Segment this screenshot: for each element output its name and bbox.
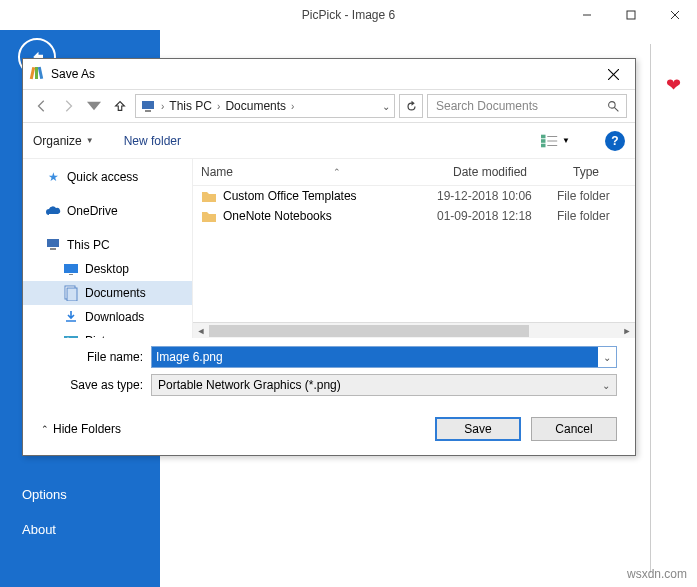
svg-rect-15: [541, 143, 546, 147]
pc-icon: [140, 98, 156, 114]
list-item[interactable]: Custom Office Templates 19-12-2018 10:06…: [193, 186, 635, 206]
tree-downloads[interactable]: Downloads: [23, 305, 192, 329]
search-input[interactable]: [434, 98, 594, 114]
watermark: wsxdn.com: [627, 567, 687, 581]
view-mode-button[interactable]: ▼: [536, 131, 575, 151]
svg-rect-24: [67, 288, 77, 301]
folder-icon: [201, 189, 217, 203]
maximize-button[interactable]: [609, 0, 653, 30]
nav-row: › This PC › Documents › ⌄: [23, 89, 635, 123]
svg-rect-9: [142, 101, 154, 109]
col-date[interactable]: Date modified: [445, 159, 565, 185]
nav-recent-button[interactable]: [83, 95, 105, 117]
nav-up-button[interactable]: [109, 95, 131, 117]
file-list: Name⌃ Date modified Type Custom Office T…: [193, 159, 635, 338]
svg-rect-1: [627, 11, 635, 19]
svg-line-12: [614, 107, 618, 111]
heart-icon[interactable]: ❤: [666, 74, 681, 96]
address-dropdown-icon[interactable]: ⌄: [382, 101, 390, 112]
svg-rect-6: [38, 67, 43, 79]
sidebar-item-options[interactable]: Options: [0, 477, 160, 512]
horizontal-scrollbar[interactable]: ◄ ►: [193, 322, 635, 338]
chevron-right-icon: ›: [214, 101, 223, 112]
nav-back-button[interactable]: [31, 95, 53, 117]
chevron-right-icon: ›: [158, 101, 167, 112]
save-type-label: Save as type:: [41, 378, 151, 392]
dialog-title: Save As: [51, 67, 95, 81]
nav-tree: ★Quick access OneDrive This PC Desktop D…: [23, 159, 193, 338]
caret-up-icon: ⌃: [41, 424, 49, 434]
svg-point-11: [609, 101, 616, 108]
tree-desktop[interactable]: Desktop: [23, 257, 192, 281]
chevron-down-icon[interactable]: ⌄: [598, 352, 616, 363]
scroll-thumb[interactable]: [209, 325, 529, 337]
svg-rect-5: [35, 67, 38, 79]
svg-rect-10: [145, 110, 151, 112]
col-name[interactable]: Name⌃: [193, 159, 445, 185]
tree-this-pc[interactable]: This PC: [23, 233, 192, 257]
breadcrumb-this-pc[interactable]: This PC: [169, 99, 212, 113]
refresh-button[interactable]: [399, 94, 423, 118]
file-name-label: File name:: [41, 350, 151, 364]
organize-menu[interactable]: Organize▼: [33, 134, 94, 148]
svg-rect-4: [30, 67, 35, 79]
desktop-icon: [63, 261, 79, 277]
minimize-button[interactable]: [565, 0, 609, 30]
svg-rect-22: [69, 274, 73, 275]
svg-rect-19: [47, 239, 59, 247]
svg-rect-21: [64, 264, 78, 273]
app-title: PicPick - Image 6: [302, 8, 395, 22]
col-type[interactable]: Type: [565, 159, 635, 185]
save-type-select[interactable]: Portable Network Graphics (*.png) ⌄: [151, 374, 617, 396]
list-item[interactable]: OneNote Notebooks 01-09-2018 12:18 File …: [193, 206, 635, 226]
dialog-titlebar: Save As: [23, 59, 635, 89]
folder-icon: [201, 209, 217, 223]
tree-pictures[interactable]: Pictures: [23, 329, 192, 338]
help-button[interactable]: ?: [605, 131, 625, 151]
sidebar-item-about[interactable]: About: [0, 512, 160, 547]
picpick-icon: [29, 66, 45, 82]
breadcrumb-documents[interactable]: Documents: [225, 99, 286, 113]
chevron-right-icon: ›: [288, 101, 297, 112]
app-titlebar: PicPick - Image 6: [0, 0, 697, 30]
chevron-down-icon[interactable]: ⌄: [602, 380, 610, 391]
save-button[interactable]: Save: [435, 417, 521, 441]
new-folder-button[interactable]: New folder: [124, 134, 181, 148]
dialog-footer: ⌃Hide Folders Save Cancel: [23, 406, 635, 455]
star-icon: ★: [45, 169, 61, 185]
nav-forward-button[interactable]: [57, 95, 79, 117]
scroll-left-icon[interactable]: ◄: [193, 323, 209, 339]
documents-icon: [63, 285, 79, 301]
svg-rect-13: [541, 134, 546, 138]
tree-quick-access[interactable]: ★Quick access: [23, 165, 192, 189]
save-as-dialog: Save As › This PC › Documents › ⌄ Organi…: [22, 58, 636, 456]
file-name-input[interactable]: [152, 347, 598, 367]
close-button[interactable]: [653, 0, 697, 30]
search-box[interactable]: [427, 94, 627, 118]
cancel-button[interactable]: Cancel: [531, 417, 617, 441]
list-header: Name⌃ Date modified Type: [193, 159, 635, 186]
download-icon: [63, 309, 79, 325]
vertical-divider: [650, 44, 651, 573]
hide-folders-toggle[interactable]: ⌃Hide Folders: [41, 422, 121, 436]
tree-documents[interactable]: Documents: [23, 281, 192, 305]
svg-rect-14: [541, 139, 546, 143]
file-name-field[interactable]: ⌄: [151, 346, 617, 368]
scroll-right-icon[interactable]: ►: [619, 323, 635, 339]
search-icon: [607, 100, 620, 113]
dialog-close-button[interactable]: [597, 60, 629, 88]
fields-area: File name: ⌄ Save as type: Portable Netw…: [23, 338, 635, 406]
dialog-toolbar: Organize▼ New folder ▼ ?: [23, 123, 635, 159]
svg-rect-20: [50, 248, 56, 250]
tree-onedrive[interactable]: OneDrive: [23, 199, 192, 223]
sort-caret-icon: ⌃: [333, 167, 341, 177]
pc-icon: [45, 237, 61, 253]
cloud-icon: [45, 203, 61, 219]
address-bar[interactable]: › This PC › Documents › ⌄: [135, 94, 395, 118]
